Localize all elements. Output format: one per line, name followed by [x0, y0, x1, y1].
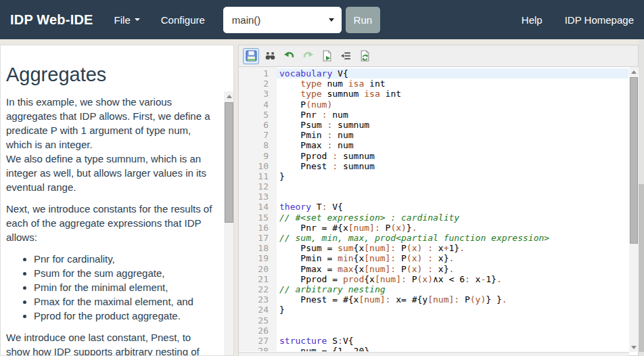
reload-page-icon [359, 50, 371, 62]
doc-scrollbar-thumb[interactable] [225, 102, 233, 223]
code-line[interactable] [277, 181, 628, 192]
code-line[interactable]: Pprod = prod{x[num]: P(x)∧x < 6: x-1}. [277, 274, 628, 284]
code-line[interactable]: Pnest : sumnum [277, 161, 628, 171]
code-line[interactable]: structure S:V{ [277, 336, 628, 346]
app-brand[interactable]: IDP Web-IDE [10, 12, 93, 28]
code-line[interactable]: type num isa int [277, 79, 628, 89]
editor-hscrollbar[interactable] [239, 352, 629, 356]
editor-scrollbar-thumb[interactable] [630, 77, 638, 244]
code-area[interactable]: vocabulary V{ type num isa int type sumn… [277, 67, 628, 351]
line-number: 8 [239, 140, 269, 150]
code-token: (x) [417, 274, 433, 284]
code-token: isa [348, 79, 364, 89]
scroll-down-arrow-icon[interactable] [629, 342, 639, 352]
code-line[interactable] [277, 326, 628, 336]
code-line[interactable] [277, 315, 628, 326]
line-number: 27 [239, 336, 269, 346]
code-line[interactable]: num = {1..20} [277, 346, 628, 351]
code-line[interactable]: Pmin : num [277, 130, 628, 140]
list-item: Pnr for cardinality, [34, 252, 214, 266]
code-line[interactable]: P(num) [277, 99, 628, 110]
editor-scrollbar[interactable] [629, 67, 639, 352]
code-token: num [332, 130, 353, 140]
code-line[interactable]: Pnest = #{x[num]: x= #{y[num]: P(y)} }. [277, 294, 628, 305]
run-button[interactable]: Run [346, 7, 380, 33]
code-token: // #<set expression> : cardinality [279, 213, 459, 223]
code-token: [num]: [364, 253, 396, 263]
code-token: P [459, 294, 470, 305]
code-token: int [364, 79, 385, 89]
code-line[interactable]: Pmax : num [277, 140, 628, 150]
last-edit-icon [340, 50, 352, 62]
procedure-select[interactable]: main() [223, 7, 342, 33]
code-token: isa [364, 89, 380, 99]
file-menu[interactable]: File [114, 14, 140, 26]
code-editor[interactable]: 1234567891011121314151617181920212223242… [239, 67, 628, 351]
code-line[interactable]: // arbitrary nesting [277, 284, 628, 294]
find-button[interactable] [262, 48, 278, 64]
code-token: P [407, 274, 417, 284]
procedure-select-value: main() [232, 14, 261, 26]
code-line[interactable]: Psum : sumnum [277, 120, 628, 130]
code-line[interactable]: // #<set expression> : cardinality [277, 213, 628, 223]
code-token: structure [279, 336, 327, 346]
undo-button[interactable] [281, 48, 297, 64]
code-token: 20} [354, 346, 369, 351]
redo-button[interactable] [300, 48, 316, 64]
code-line[interactable]: } [277, 171, 628, 181]
code-token [422, 243, 428, 253]
code-token: : [332, 161, 338, 171]
line-number: 6 [239, 120, 269, 130]
code-token: (x) [407, 243, 422, 253]
code-token: x [433, 243, 444, 253]
aggregate-list: Pnr for cardinality,Psum for the sum agg… [6, 252, 214, 323]
code-line[interactable]: // sum, min, max, prod<partial function … [277, 233, 628, 243]
code-line[interactable]: Pnr = #{x[num]: P(x)}. [277, 223, 628, 233]
code-line[interactable]: type sumnum isa int [277, 89, 628, 99]
code-token: sumnum [332, 120, 369, 130]
save-button[interactable] [243, 48, 259, 64]
code-line[interactable]: } [277, 305, 628, 315]
code-line[interactable]: Pmin = min{x[num]: P(x) : x}. [277, 253, 628, 263]
help-link[interactable]: Help [522, 14, 543, 26]
page-title: Aggregates [6, 64, 214, 86]
code-token: .. [343, 346, 354, 351]
code-token: . [448, 253, 454, 263]
code-line[interactable]: Psum = sum{x[num]: P(x) : x+1}. [277, 243, 628, 253]
code-line[interactable]: theory T: V{ [277, 202, 628, 212]
scroll-up-arrow-icon[interactable] [224, 91, 234, 101]
code-token: . [502, 294, 507, 305]
idp-homepage-link[interactable]: IDP Homepage [565, 14, 634, 26]
code-token: [num]: [364, 243, 396, 253]
scroll-up-arrow-icon[interactable] [629, 67, 639, 76]
code-token: type [300, 89, 321, 99]
code-token: sumnum [338, 151, 375, 161]
page-scrollbar[interactable] [639, 39, 644, 356]
line-number: 10 [239, 161, 269, 171]
code-token: T [311, 202, 322, 212]
editor-toolbar [239, 45, 638, 67]
code-line[interactable]: Pprod : sumnum [277, 151, 628, 161]
documentation-content: Aggregates In this example, we show the … [1, 45, 233, 356]
page-scrollbar-thumb[interactable] [639, 184, 644, 352]
code-line[interactable] [277, 192, 628, 202]
doc-paragraph-2: Next, we introduce constants for the res… [6, 202, 214, 244]
configure-menu[interactable]: Configure [161, 14, 205, 26]
doc-scrollbar[interactable] [224, 91, 234, 356]
code-line[interactable]: Pnr : num [277, 110, 628, 120]
file-menu-label: File [114, 14, 131, 26]
code-line[interactable]: Pmax = max{x[num]: P(x) : x}. [277, 264, 628, 274]
goto-page-button[interactable] [319, 48, 335, 64]
reload-page-button[interactable] [356, 48, 373, 64]
line-number: 18 [239, 243, 269, 253]
line-number: 19 [239, 253, 269, 263]
line-number: 23 [239, 294, 269, 305]
code-token: // arbitrary nesting [279, 284, 386, 294]
code-token: } [279, 305, 285, 315]
last-edit-button[interactable] [338, 48, 354, 64]
code-token: x} [433, 264, 448, 274]
code-token: P [279, 99, 306, 110]
code-token: sumnum [322, 89, 365, 99]
code-token: S [327, 336, 338, 346]
code-line[interactable]: vocabulary V{ [277, 68, 628, 79]
